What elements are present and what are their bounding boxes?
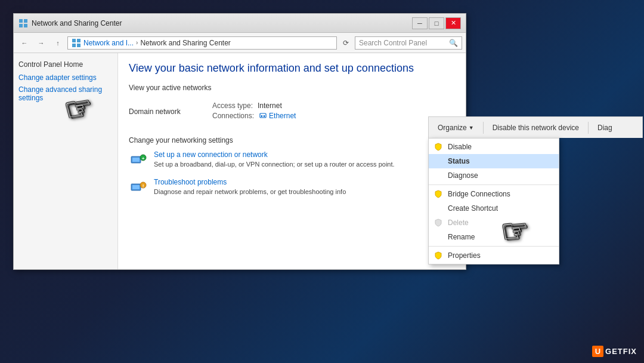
svg-text:+: +: [142, 156, 145, 161]
network-row: Domain network Access type: Internet Con…: [129, 98, 455, 125]
nav-icon: [72, 38, 81, 48]
context-menu-item-rename[interactable]: Rename: [429, 230, 559, 244]
disable-button[interactable]: Disable this network device: [488, 121, 583, 134]
troubleshoot-text: Troubleshoot problems Diagnose and repai…: [154, 178, 455, 196]
sidebar-item-adapter[interactable]: Change adapter settings: [18, 73, 113, 82]
setting-item-new-connection: + Set up a new connection or network Set…: [129, 150, 455, 170]
svg-text:!: !: [143, 183, 144, 189]
organize-label: Organize: [438, 124, 467, 132]
main-content: Control Panel Home Change adapter settin…: [14, 53, 466, 269]
svg-rect-3: [24, 24, 27, 27]
back-button[interactable]: ←: [17, 36, 32, 50]
connections-label: Connections:: [212, 112, 254, 120]
svg-rect-5: [77, 39, 80, 42]
toolbar-divider: [483, 122, 484, 134]
new-connection-text: Set up a new connection or network Set u…: [154, 150, 455, 169]
new-connection-icon: +: [129, 150, 148, 170]
sidebar-title: Control Panel Home: [18, 60, 113, 69]
diagnose-label: Diag: [597, 124, 612, 132]
context-menu-item-shortcut[interactable]: Create Shortcut: [429, 201, 559, 216]
svg-rect-1: [24, 19, 27, 23]
search-placeholder: Search Control Panel: [359, 39, 427, 47]
access-type-row: Access type: Internet: [212, 101, 296, 110]
active-networks-header: View your active networks: [129, 84, 455, 92]
title-bar: Network and Sharing Center ─ □ ✕: [14, 14, 466, 33]
create-shortcut-label: Create Shortcut: [448, 204, 498, 213]
troubleshoot-desc: Diagnose and repair network problems, or…: [154, 188, 346, 195]
troubleshoot-link[interactable]: Troubleshoot problems: [154, 178, 455, 186]
svg-rect-12: [132, 158, 140, 162]
svg-rect-16: [132, 185, 140, 189]
main-window: Network and Sharing Center ─ □ ✕ ← → ↑ N…: [13, 13, 466, 270]
watermark-text: GETFIX: [605, 347, 637, 356]
maximize-button[interactable]: □: [429, 17, 444, 29]
svg-rect-9: [261, 115, 262, 117]
refresh-button[interactable]: ⟳: [339, 36, 352, 50]
organize-button[interactable]: Organize ▼: [434, 121, 478, 134]
breadcrumb-current: Network and Sharing Center: [140, 39, 230, 47]
svg-rect-4: [72, 39, 76, 42]
diagnose-button[interactable]: Diag: [593, 121, 617, 134]
svg-rect-8: [260, 113, 266, 118]
sidebar: Control Panel Home Change adapter settin…: [14, 53, 118, 269]
breadcrumb-separator: ›: [136, 39, 138, 46]
new-connection-desc: Set up a broadband, dial-up, or VPN conn…: [154, 161, 395, 168]
svg-rect-2: [19, 24, 23, 27]
properties-label: Properties: [448, 251, 481, 260]
troubleshoot-icon: !: [129, 178, 148, 197]
context-menu-item-status[interactable]: Status: [429, 154, 559, 168]
ethernet-link[interactable]: Ethernet: [259, 112, 296, 120]
svg-rect-0: [19, 19, 23, 23]
disable-label: Disable this network device: [493, 124, 579, 132]
forward-button[interactable]: →: [34, 36, 48, 50]
network-details: Access type: Internet Connections: Ether…: [212, 101, 296, 122]
context-menu-item-properties[interactable]: Properties: [429, 248, 559, 263]
minimize-button[interactable]: ─: [412, 17, 428, 29]
bridge-connections-label: Bridge Connections: [448, 190, 510, 198]
window-title: Network and Sharing Center: [32, 19, 412, 27]
connections-row: Connections: Ethernet: [212, 112, 296, 120]
context-separator-1: [429, 184, 559, 185]
window-icon: [18, 19, 28, 28]
search-icon: 🔍: [449, 39, 458, 47]
change-networking-header: Change your networking settings: [129, 136, 455, 144]
setting-item-troubleshoot: ! Troubleshoot problems Diagnose and rep…: [129, 178, 455, 197]
organize-arrow: ▼: [469, 125, 474, 131]
toolbar-divider-2: [588, 122, 589, 134]
shield-icon-bridge: [434, 189, 443, 199]
access-type-label: Access type:: [212, 101, 253, 110]
toolbar-strip: Organize ▼ Disable this network device D…: [428, 116, 643, 138]
ethernet-label: Ethernet: [269, 112, 296, 120]
context-menu-item-bridge[interactable]: Bridge Connections: [429, 187, 559, 201]
context-menu-item-disable[interactable]: Disable: [429, 140, 559, 154]
window-controls: ─ □ ✕: [412, 17, 461, 29]
watermark: U GETFIX: [592, 346, 637, 357]
shield-icon-disable: [434, 142, 443, 152]
access-type-value: Internet: [258, 101, 282, 110]
new-connection-link[interactable]: Set up a new connection or network: [154, 150, 455, 159]
status-label: Status: [448, 157, 470, 165]
up-button[interactable]: ↑: [51, 36, 65, 50]
disable-label: Disable: [448, 143, 472, 151]
ethernet-icon: [259, 112, 267, 120]
address-bar: ← → ↑ Network and I... › Network and Sha…: [14, 33, 466, 53]
context-separator-2: [429, 246, 559, 247]
close-button[interactable]: ✕: [445, 17, 461, 29]
network-name: Domain network: [129, 107, 200, 116]
content-area: View your basic network information and …: [118, 53, 466, 269]
context-menu: Disable Status Diagnose Bridge Connectio…: [428, 138, 559, 264]
context-menu-item-delete: Delete: [429, 216, 559, 230]
shield-icon-properties: [434, 251, 443, 260]
delete-label: Delete: [448, 219, 469, 227]
breadcrumb-network[interactable]: Network and I...: [83, 39, 134, 47]
svg-rect-6: [72, 44, 76, 47]
svg-rect-10: [264, 115, 265, 117]
shield-icon-delete: [434, 218, 443, 227]
diagnose-label: Diagnose: [448, 171, 478, 180]
rename-label: Rename: [448, 233, 475, 241]
sidebar-item-advanced[interactable]: Change advanced sharingsettings: [18, 85, 113, 102]
search-bar[interactable]: Search Control Panel 🔍: [355, 36, 462, 50]
context-menu-item-diagnose[interactable]: Diagnose: [429, 168, 559, 183]
breadcrumb: Network and I... › Network and Sharing C…: [67, 36, 337, 50]
page-title: View your basic network information and …: [129, 61, 455, 75]
